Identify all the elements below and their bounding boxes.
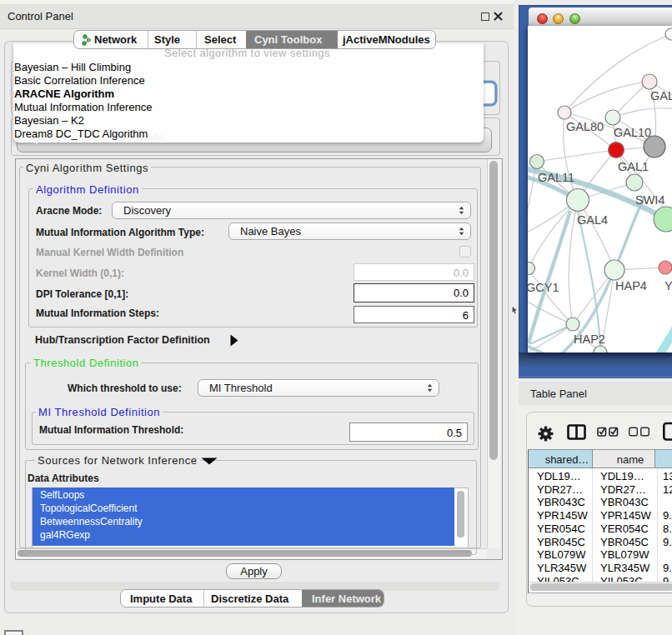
- svg-text:GAL4: GAL4: [577, 213, 608, 227]
- svg-text:Y: Y: [664, 279, 672, 292]
- svg-text:GCY1: GCY1: [528, 281, 559, 294]
- svg-text:GAL1: GAL1: [618, 160, 649, 173]
- svg-text:HAP2: HAP2: [574, 332, 605, 346]
- svg-text:GAL80: GAL80: [566, 120, 604, 133]
- svg-text:SWI4: SWI4: [635, 193, 664, 207]
- svg-text:HAP4: HAP4: [615, 279, 647, 292]
- svg-text:GAL10: GAL10: [614, 126, 651, 139]
- svg-text:GAL11: GAL11: [538, 171, 574, 184]
- svg-text:GAL7: GAL7: [650, 89, 672, 102]
